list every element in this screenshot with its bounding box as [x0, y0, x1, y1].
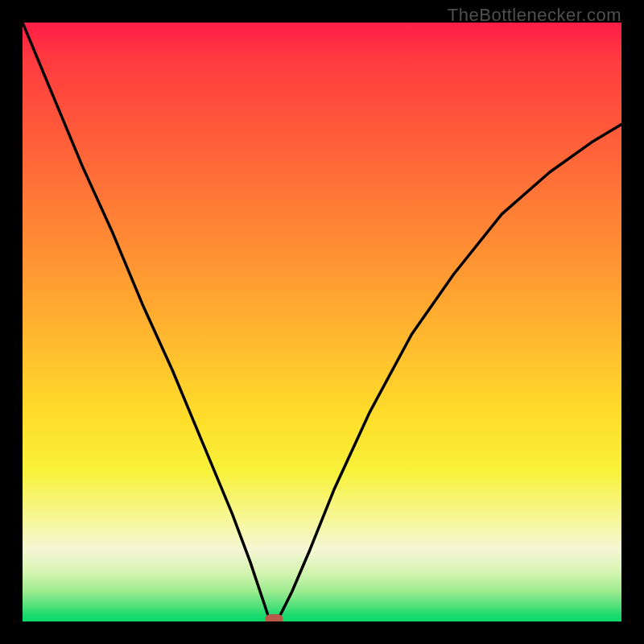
chart-frame: TheBottlenecker.com: [0, 0, 644, 644]
chart-svg: [23, 23, 621, 621]
optimal-point-marker: [266, 614, 283, 621]
optimal-point-pill: [266, 614, 283, 621]
plot-area: [23, 23, 621, 621]
watermark-text: TheBottlenecker.com: [448, 5, 621, 26]
bottleneck-curve: [23, 23, 621, 621]
bottleneck-curve-path: [23, 23, 621, 621]
